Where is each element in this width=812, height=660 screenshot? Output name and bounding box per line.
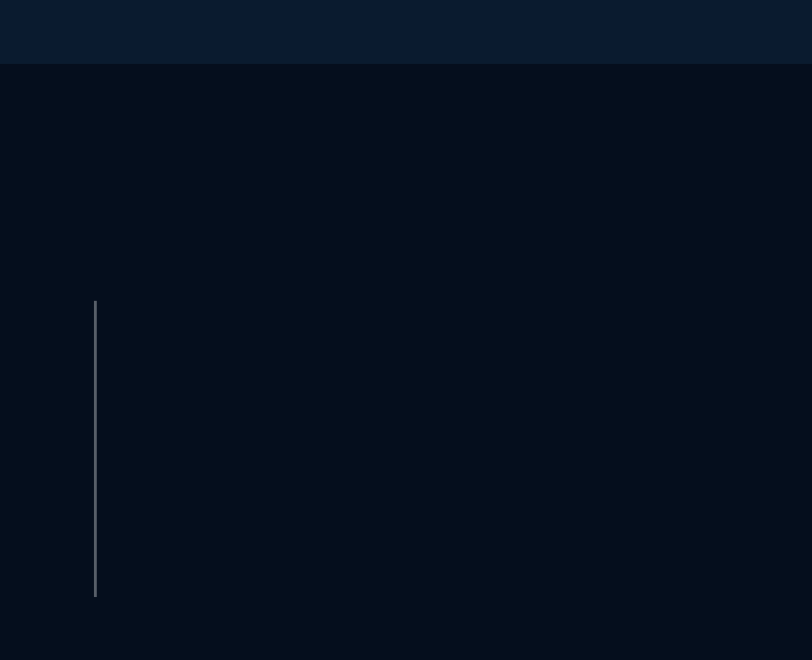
indent-guide (94, 301, 97, 597)
chevron-down-icon[interactable] (13, 20, 38, 44)
explorer-sidebar (0, 0, 812, 660)
file-tree (0, 64, 812, 660)
explorer-section-header[interactable] (0, 0, 812, 64)
